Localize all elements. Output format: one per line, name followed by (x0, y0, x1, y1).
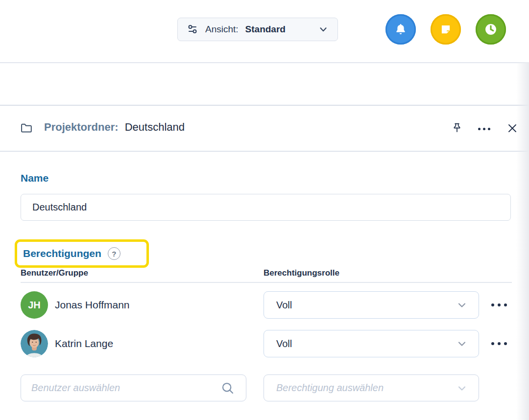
help-icon[interactable]: ? (108, 247, 120, 260)
panel-top-border (0, 105, 529, 106)
user-name: Jonas Hoffmann (55, 291, 130, 319)
notifications-button[interactable] (385, 14, 416, 45)
search-icon[interactable] (220, 381, 235, 397)
column-header-user: Benutzer/Gruppe (21, 268, 88, 278)
name-input[interactable] (21, 194, 511, 221)
user-picker-input[interactable] (21, 374, 246, 401)
view-value: Standard (245, 24, 286, 35)
chevron-down-icon (456, 338, 468, 350)
clock-icon (483, 22, 499, 37)
name-label: Name (21, 172, 48, 184)
more-icon (478, 121, 490, 137)
column-header-role: Berechtigungsrolle (264, 268, 339, 278)
role-select-row1[interactable]: Voll (264, 291, 479, 319)
role-picker-select[interactable]: Berechtigung auswählen (264, 374, 479, 401)
pin-icon (451, 122, 463, 135)
notes-button[interactable] (431, 14, 461, 45)
avatar-photo (21, 330, 48, 357)
bell-icon (393, 22, 408, 37)
chevron-down-icon (456, 299, 468, 311)
row-more-button[interactable] (491, 291, 507, 319)
close-icon (506, 122, 518, 134)
role-picker-placeholder: Berechtigung auswählen (276, 382, 384, 394)
toolbar-divider (0, 62, 529, 63)
panel-header-divider (0, 151, 529, 152)
role-value: Voll (276, 300, 292, 311)
sliders-icon (187, 23, 198, 35)
pin-button[interactable] (449, 120, 465, 136)
avatar: JH (21, 291, 48, 319)
role-select-row2[interactable]: Voll (264, 330, 479, 357)
chevron-down-icon (318, 24, 329, 35)
panel-title-prefix: Projektordner: (44, 121, 119, 133)
permissions-heading: Berechtigungen (23, 248, 101, 259)
note-icon (438, 22, 453, 37)
user-name: Katrin Lange (55, 330, 113, 357)
row-more-button[interactable] (491, 330, 507, 357)
folder-icon (19, 120, 34, 136)
panel-title: Projektordner: Deutschland (44, 121, 185, 134)
berechtigungen-highlight: Berechtigungen ? (15, 239, 149, 268)
view-selector-button[interactable]: Ansicht: Standard (177, 18, 338, 41)
chevron-down-icon (456, 382, 468, 394)
panel-edge-shadow (516, 62, 529, 420)
avatar-initials: JH (28, 300, 41, 311)
column-header-divider (21, 282, 512, 283)
more-options-button[interactable] (476, 121, 492, 137)
panel-title-value: Deutschland (125, 121, 185, 133)
view-label: Ansicht: (205, 24, 239, 35)
time-tracking-button[interactable] (476, 14, 506, 45)
role-value: Voll (276, 338, 292, 350)
close-button[interactable] (505, 120, 520, 136)
